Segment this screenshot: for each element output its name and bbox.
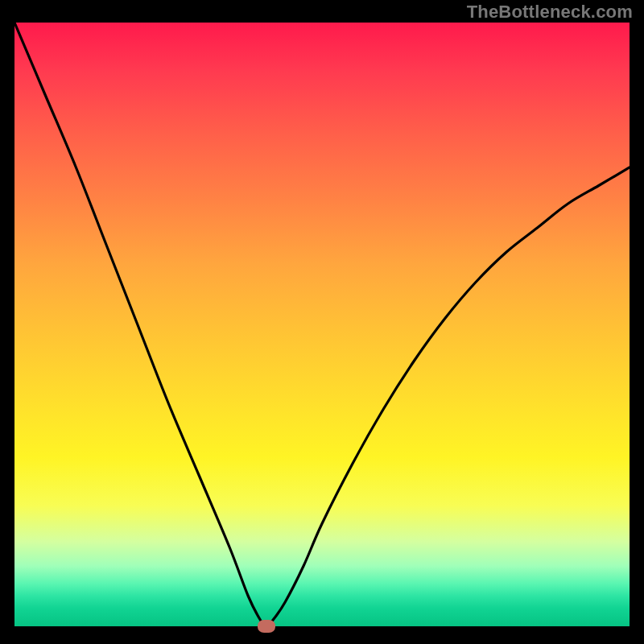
watermark-text: TheBottleneck.com — [467, 2, 633, 23]
chart-frame: TheBottleneck.com — [0, 0, 644, 644]
bottleneck-curve — [14, 23, 630, 626]
plot-area — [14, 23, 630, 626]
optimal-point-marker — [258, 620, 275, 633]
